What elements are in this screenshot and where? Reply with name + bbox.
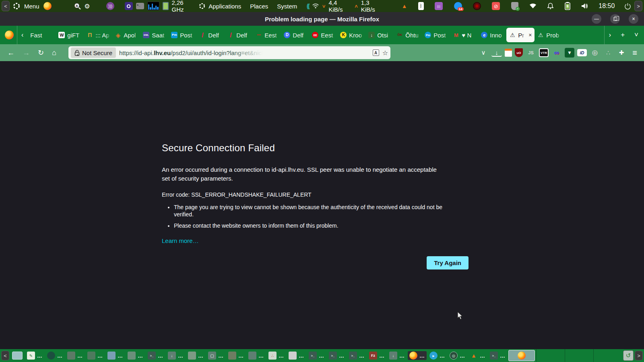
tor-browser-icon[interactable]: ))) bbox=[106, 2, 114, 10]
task-browser-globe[interactable]: … bbox=[45, 351, 64, 360]
task-firefox-active[interactable] bbox=[508, 350, 535, 361]
terminal-launcher-icon[interactable]: >_ bbox=[136, 3, 144, 9]
forward-button[interactable]: → bbox=[19, 49, 33, 57]
task-window[interactable]: … bbox=[86, 351, 105, 360]
tab-otsi[interactable]: ↓Otsi bbox=[365, 28, 394, 42]
url-text[interactable]: https://id-api.lhv.eu/psd2/ui/auth/id-lo… bbox=[119, 49, 369, 56]
pocket-icon[interactable]: ∨ bbox=[478, 47, 489, 58]
task-document[interactable]: … bbox=[287, 351, 306, 360]
task-thumbnail[interactable] bbox=[10, 351, 24, 360]
minimize-button[interactable]: — bbox=[592, 14, 601, 24]
task-telegram[interactable]: ▸… bbox=[428, 351, 447, 360]
task-downloads-folder[interactable]: ↓… bbox=[166, 351, 185, 360]
tab-scroll-right-icon[interactable]: › bbox=[605, 31, 615, 39]
volume-icon[interactable] bbox=[581, 3, 588, 9]
download-icon[interactable]: ↓ bbox=[491, 49, 502, 57]
home-button[interactable]: ⌂ bbox=[49, 49, 60, 57]
task-window[interactable]: … bbox=[66, 351, 85, 360]
tab-scroll-left-icon[interactable]: ‹ bbox=[17, 31, 27, 39]
back-button[interactable]: ← bbox=[4, 49, 18, 57]
task-app[interactable]: ∴… bbox=[267, 351, 286, 360]
tab-post[interactable]: PmPost bbox=[422, 28, 450, 42]
bluetooth-icon[interactable]: ᛒ bbox=[418, 2, 424, 10]
trash-applet-icon[interactable]: ↺ bbox=[623, 350, 634, 361]
tab-fast[interactable]: Fast bbox=[27, 28, 56, 42]
task-image[interactable]: … bbox=[186, 351, 205, 360]
tab-htu[interactable]: ÕKÕhtu bbox=[394, 28, 422, 42]
settings-gears-icon[interactable]: ⚙ bbox=[84, 2, 90, 10]
task-window[interactable]: … bbox=[106, 351, 125, 360]
tab-n[interactable]: M♥ N bbox=[450, 28, 478, 42]
onion-browser-icon[interactable]: O bbox=[125, 2, 133, 10]
cpu-history-graph[interactable] bbox=[147, 2, 159, 10]
task-terminal[interactable]: >_… bbox=[146, 351, 165, 360]
tab-gift[interactable]: WgiFT bbox=[56, 28, 84, 42]
tab-delf[interactable]: /Delf bbox=[196, 28, 225, 42]
bookmark-star-icon[interactable]: ☆ bbox=[382, 49, 388, 57]
tab-eest[interactable]: •••Eest bbox=[253, 28, 281, 42]
taskbar-scroll-right-icon[interactable]: > bbox=[635, 351, 643, 360]
security-shield-icon[interactable]: ✓ bbox=[511, 2, 518, 10]
task-downloads-folder[interactable]: ↓… bbox=[388, 351, 407, 360]
tab-saat[interactable]: EMLSaat bbox=[140, 28, 168, 42]
messages-tray-icon[interactable]: 14 bbox=[454, 2, 462, 10]
tab-eest[interactable]: EEEest bbox=[309, 28, 337, 42]
task-terminal[interactable]: >_… bbox=[307, 351, 326, 360]
tab-close-icon[interactable]: × bbox=[528, 32, 532, 38]
task-folder[interactable]: … bbox=[247, 351, 266, 360]
panel-scroll-right-icon[interactable]: > bbox=[634, 1, 642, 11]
tab-pr[interactable]: ⚠Pr× bbox=[506, 28, 535, 42]
globe-icon[interactable]: ⊕ bbox=[590, 47, 600, 58]
distro-menu-icon[interactable] bbox=[13, 2, 20, 10]
url-bar[interactable]: Not Secure https://id-api.lhv.eu/psd2/ui… bbox=[68, 46, 390, 59]
menubar-places[interactable]: Places bbox=[250, 3, 268, 10]
id-card-icon[interactable]: iD bbox=[577, 49, 587, 56]
menu-button[interactable]: Menu bbox=[23, 3, 40, 10]
learn-more-link[interactable]: Learn more… bbox=[162, 237, 199, 244]
applications-menu-icon[interactable] bbox=[199, 3, 205, 9]
translate-icon[interactable]: A bbox=[373, 49, 379, 56]
task-terminal[interactable]: >_… bbox=[347, 351, 366, 360]
task-vlc[interactable]: ▲… bbox=[468, 351, 487, 360]
window-titlebar[interactable]: Problem loading page — Mozilla Firefox —… bbox=[0, 12, 644, 26]
menubar-applications[interactable]: Applications bbox=[208, 3, 241, 10]
tab-post[interactable]: PmPost bbox=[168, 28, 196, 42]
new-tab-button[interactable]: + bbox=[617, 31, 629, 39]
tab-apol[interactable]: ◈Apol bbox=[112, 28, 140, 42]
tab-inno[interactable]: eInno bbox=[478, 28, 506, 42]
reload-button[interactable]: ↻ bbox=[35, 48, 47, 57]
panel-scroll-left-icon[interactable]: < bbox=[2, 1, 10, 11]
task-folder-file[interactable]: ▢… bbox=[206, 351, 225, 360]
network-monitor-icon[interactable]: ((( bbox=[307, 3, 309, 9]
clock[interactable]: 18:50 bbox=[599, 2, 615, 10]
tab-list-dropdown-icon[interactable]: ˅ bbox=[630, 31, 642, 39]
do-not-disturb-icon[interactable]: ⊘ bbox=[492, 2, 500, 10]
task-firefox[interactable]: … bbox=[408, 351, 427, 360]
ublock-icon[interactable]: uO bbox=[515, 48, 523, 57]
task-filezilla[interactable]: Fz… bbox=[367, 351, 386, 360]
tab-ap[interactable]: Π::: Ap bbox=[84, 28, 112, 42]
tab-delf[interactable]: DDelf bbox=[281, 28, 309, 42]
search-icon[interactable]: A bbox=[74, 2, 81, 10]
multi-link-icon[interactable]: ∞ bbox=[551, 47, 562, 58]
recorder-tray-icon[interactable] bbox=[473, 2, 481, 10]
menubar-system[interactable]: System bbox=[277, 3, 297, 10]
app-menu-icon[interactable]: ≡ bbox=[630, 47, 640, 58]
firefox-launcher-icon[interactable] bbox=[43, 2, 52, 10]
tab-delf[interactable]: /Delf bbox=[225, 28, 253, 42]
task-window[interactable]: … bbox=[126, 351, 145, 360]
vpn-icon[interactable]: ▼ bbox=[565, 48, 574, 58]
vtr-icon[interactable]: VTR bbox=[539, 48, 549, 57]
tracker-paws-icon[interactable]: ∴ bbox=[603, 47, 613, 58]
tab-prob[interactable]: ⚠Prob bbox=[535, 28, 563, 42]
wifi-signal-icon[interactable] bbox=[312, 3, 319, 9]
wifi-tray-icon[interactable] bbox=[529, 3, 537, 9]
cpu-frequency-icon[interactable] bbox=[163, 2, 169, 10]
restore-button[interactable] bbox=[610, 14, 620, 24]
task-notes[interactable]: ✎… bbox=[25, 351, 44, 360]
audio-applet-icon[interactable]: ||| bbox=[435, 2, 443, 10]
power-icon[interactable] bbox=[624, 3, 631, 10]
tab-kroo[interactable]: KKroo bbox=[337, 28, 365, 42]
task-record[interactable]: ◎… bbox=[448, 351, 467, 360]
vlc-tray-icon[interactable]: ▲ bbox=[402, 3, 407, 9]
